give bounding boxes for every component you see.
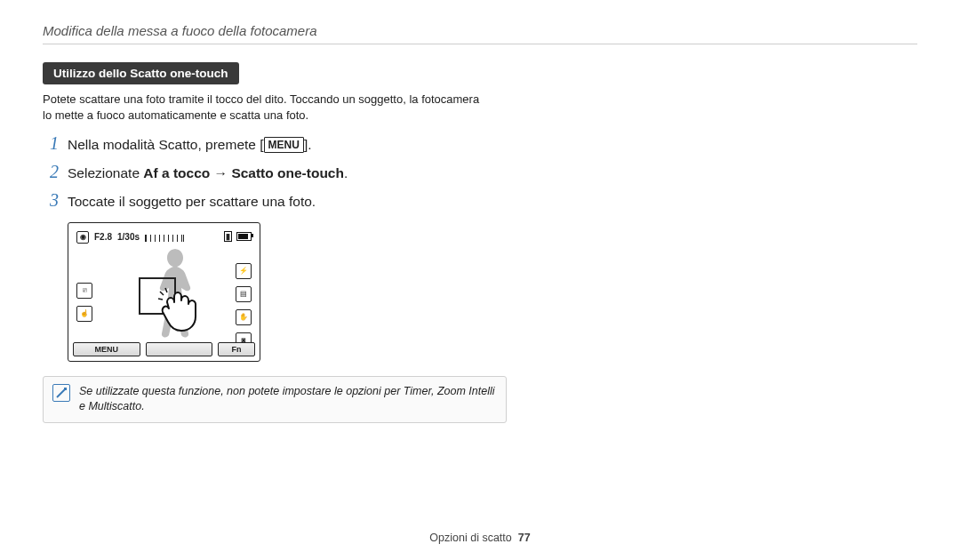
stabilize-icon: ✋	[236, 309, 252, 325]
camera-left-icons: ⎚ ☝	[76, 283, 92, 322]
camera-top-right: ▮	[224, 231, 252, 242]
camera-lcd-illustration: ◉ F2.8 1/30s ▮ ⎚ ☝ ⚡ ▤ ✋ ◙	[68, 222, 260, 362]
note-icon	[52, 384, 70, 402]
camera-footer: MENU Fn	[73, 342, 255, 356]
bold-text: Scatto one-touch	[231, 165, 344, 180]
text: ].	[304, 137, 312, 152]
mode-icon: ◉	[76, 231, 89, 244]
sd-icon: ▮	[224, 231, 232, 242]
focus-box	[139, 277, 176, 315]
step-3: 3 Toccate il soggetto per scattare una f…	[43, 190, 505, 212]
touch-icon: ☝	[76, 306, 92, 322]
fn-button[interactable]: Fn	[218, 342, 255, 356]
step-text: Nella modalità Scatto, premete [MENU].	[68, 136, 312, 155]
step-number: 2	[43, 162, 59, 182]
bold-text: Af a tocco	[143, 165, 210, 180]
aperture-label: F2.8	[94, 232, 112, 242]
step-number: 3	[43, 190, 59, 211]
step-number: 1	[43, 133, 59, 154]
note-box: Se utilizzate questa funzione, non potet…	[43, 376, 507, 423]
camera-top-left: ◉ F2.8 1/30s	[76, 231, 184, 244]
text: .	[344, 165, 348, 180]
flash-icon: ⚡	[236, 263, 252, 279]
menu-chip-icon: MENU	[264, 137, 304, 153]
page-footer: Opzioni di scatto 77	[0, 532, 960, 544]
note-text: Se utilizzate questa funzione, non potet…	[79, 384, 497, 415]
page-header: Modifica della messa a fuoco della fotoc…	[43, 23, 917, 44]
step-1: 1 Nella modalità Scatto, premete [MENU].	[43, 133, 505, 155]
text: Selezionate	[68, 165, 143, 180]
section-title-pill: Utilizzo dello Scatto one-touch	[43, 62, 239, 84]
menu-button[interactable]: MENU	[73, 342, 140, 356]
step-2: 2 Selezionate Af a tocco → Scatto one-to…	[43, 162, 505, 183]
camera-right-icons: ⚡ ▤ ✋ ◙	[236, 263, 252, 348]
step-text: Toccate il soggetto per scattare una fot…	[68, 193, 316, 212]
shutter-label: 1/30s	[117, 232, 140, 242]
battery-icon	[236, 232, 252, 241]
section-blurb: Potete scattare una foto tramite il tocc…	[43, 92, 487, 123]
off-icon: ⎚	[76, 283, 92, 299]
blank-button[interactable]	[146, 342, 213, 356]
ev-scale-icon	[145, 235, 184, 242]
text: Nella modalità Scatto, premete [	[68, 137, 264, 152]
footer-label: Opzioni di scatto	[429, 532, 511, 544]
step-text: Selezionate Af a tocco → Scatto one-touc…	[68, 164, 348, 183]
arrow-text: →	[210, 165, 231, 180]
size-icon: ▤	[236, 286, 252, 302]
page-number: 77	[518, 532, 531, 544]
steps-list: 1 Nella modalità Scatto, premete [MENU].…	[43, 133, 505, 212]
